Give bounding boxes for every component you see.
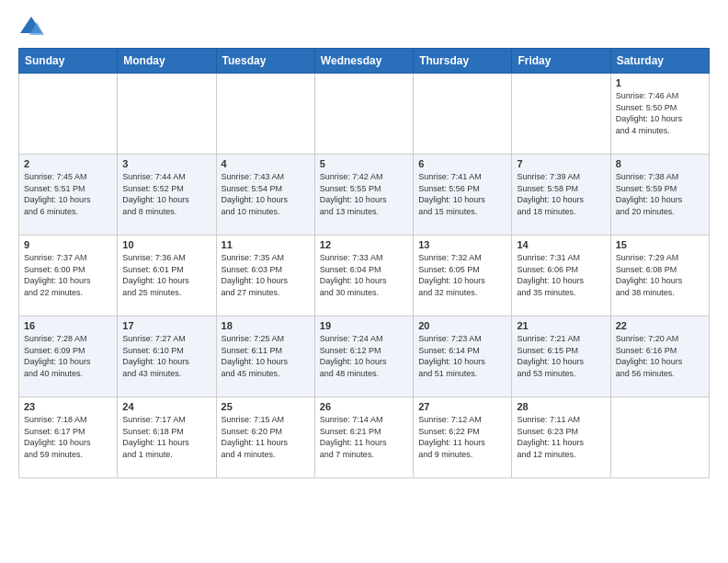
calendar-cell [610,397,709,478]
day-number: 14 [517,239,605,250]
day-info: Sunrise: 7:44 AM Sunset: 5:52 PM Dayligh… [122,171,210,217]
weekday-header-thursday: Thursday [414,49,512,74]
calendar-week-1: 1Sunrise: 7:46 AM Sunset: 5:50 PM Daylig… [19,74,710,155]
calendar-cell: 15Sunrise: 7:29 AM Sunset: 6:08 PM Dayli… [610,236,709,316]
calendar-cell: 3Sunrise: 7:44 AM Sunset: 5:52 PM Daylig… [118,155,216,236]
day-info: Sunrise: 7:20 AM Sunset: 6:16 PM Dayligh… [616,333,704,379]
calendar-cell [118,74,216,155]
weekday-header-friday: Friday [512,49,610,74]
weekday-header-monday: Monday [118,49,216,74]
weekday-header-wednesday: Wednesday [314,49,413,74]
day-number: 12 [320,239,408,250]
day-info: Sunrise: 7:28 AM Sunset: 6:09 PM Dayligh… [24,333,112,379]
calendar-week-5: 23Sunrise: 7:18 AM Sunset: 6:17 PM Dayli… [19,397,710,478]
calendar-cell: 27Sunrise: 7:12 AM Sunset: 6:22 PM Dayli… [414,397,512,478]
calendar-cell: 26Sunrise: 7:14 AM Sunset: 6:21 PM Dayli… [314,397,413,478]
day-info: Sunrise: 7:23 AM Sunset: 6:14 PM Dayligh… [418,333,506,379]
day-info: Sunrise: 7:17 AM Sunset: 6:18 PM Dayligh… [122,414,210,460]
calendar-cell [512,74,610,155]
calendar-cell: 14Sunrise: 7:31 AM Sunset: 6:06 PM Dayli… [512,236,610,316]
day-info: Sunrise: 7:43 AM Sunset: 5:54 PM Dayligh… [222,171,310,217]
day-info: Sunrise: 7:11 AM Sunset: 6:23 PM Dayligh… [517,414,605,460]
day-number: 19 [320,320,408,331]
weekday-header-saturday: Saturday [610,49,709,74]
day-number: 7 [517,158,605,169]
calendar-cell [216,74,314,155]
day-number: 6 [418,158,506,169]
day-number: 10 [122,239,210,250]
calendar-cell: 17Sunrise: 7:27 AM Sunset: 6:10 PM Dayli… [118,316,216,397]
calendar-week-4: 16Sunrise: 7:28 AM Sunset: 6:09 PM Dayli… [19,316,710,397]
calendar-cell: 2Sunrise: 7:45 AM Sunset: 5:51 PM Daylig… [19,155,118,236]
day-number: 5 [320,158,408,169]
day-number: 20 [418,320,506,331]
header [18,15,710,40]
day-number: 22 [616,320,704,331]
day-info: Sunrise: 7:15 AM Sunset: 6:20 PM Dayligh… [222,414,310,460]
day-info: Sunrise: 7:35 AM Sunset: 6:03 PM Dayligh… [222,252,310,298]
calendar-cell: 8Sunrise: 7:38 AM Sunset: 5:59 PM Daylig… [610,155,709,236]
day-info: Sunrise: 7:41 AM Sunset: 5:56 PM Dayligh… [418,171,506,217]
calendar-cell: 13Sunrise: 7:32 AM Sunset: 6:05 PM Dayli… [414,236,512,316]
day-info: Sunrise: 7:24 AM Sunset: 6:12 PM Dayligh… [320,333,408,379]
day-number: 2 [24,158,112,169]
calendar-cell: 5Sunrise: 7:42 AM Sunset: 5:55 PM Daylig… [314,155,413,236]
day-info: Sunrise: 7:46 AM Sunset: 5:50 PM Dayligh… [616,90,704,136]
day-info: Sunrise: 7:21 AM Sunset: 6:15 PM Dayligh… [517,333,605,379]
calendar-cell: 7Sunrise: 7:39 AM Sunset: 5:58 PM Daylig… [512,155,610,236]
day-info: Sunrise: 7:18 AM Sunset: 6:17 PM Dayligh… [24,414,112,460]
calendar-week-2: 2Sunrise: 7:45 AM Sunset: 5:51 PM Daylig… [19,155,710,236]
day-info: Sunrise: 7:33 AM Sunset: 6:04 PM Dayligh… [320,252,408,298]
calendar-cell: 22Sunrise: 7:20 AM Sunset: 6:16 PM Dayli… [610,316,709,397]
day-number: 28 [517,401,605,412]
day-number: 26 [320,401,408,412]
day-number: 17 [122,320,210,331]
weekday-header-tuesday: Tuesday [216,49,314,74]
day-info: Sunrise: 7:25 AM Sunset: 6:11 PM Dayligh… [222,333,310,379]
calendar-cell: 10Sunrise: 7:36 AM Sunset: 6:01 PM Dayli… [118,236,216,316]
calendar-cell: 21Sunrise: 7:21 AM Sunset: 6:15 PM Dayli… [512,316,610,397]
day-info: Sunrise: 7:31 AM Sunset: 6:06 PM Dayligh… [517,252,605,298]
day-number: 24 [122,401,210,412]
day-number: 25 [222,401,310,412]
calendar-cell: 19Sunrise: 7:24 AM Sunset: 6:12 PM Dayli… [314,316,413,397]
day-info: Sunrise: 7:14 AM Sunset: 6:21 PM Dayligh… [320,414,408,460]
day-info: Sunrise: 7:39 AM Sunset: 5:58 PM Dayligh… [517,171,605,217]
day-info: Sunrise: 7:45 AM Sunset: 5:51 PM Dayligh… [24,171,112,217]
day-number: 16 [24,320,112,331]
calendar-cell: 16Sunrise: 7:28 AM Sunset: 6:09 PM Dayli… [19,316,118,397]
day-number: 1 [616,77,704,88]
calendar-table: SundayMondayTuesdayWednesdayThursdayFrid… [18,48,710,478]
day-info: Sunrise: 7:37 AM Sunset: 6:00 PM Dayligh… [24,252,112,298]
calendar-cell [314,74,413,155]
weekday-header-row: SundayMondayTuesdayWednesdayThursdayFrid… [19,49,710,74]
calendar-cell: 1Sunrise: 7:46 AM Sunset: 5:50 PM Daylig… [610,74,709,155]
logo-icon [18,15,44,40]
day-number: 27 [418,401,506,412]
day-info: Sunrise: 7:42 AM Sunset: 5:55 PM Dayligh… [320,171,408,217]
day-number: 13 [418,239,506,250]
day-number: 15 [616,239,704,250]
calendar-cell: 23Sunrise: 7:18 AM Sunset: 6:17 PM Dayli… [19,397,118,478]
calendar-cell [19,74,118,155]
calendar-cell: 6Sunrise: 7:41 AM Sunset: 5:56 PM Daylig… [414,155,512,236]
day-number: 4 [222,158,310,169]
calendar-header: SundayMondayTuesdayWednesdayThursdayFrid… [19,49,710,74]
calendar-cell: 11Sunrise: 7:35 AM Sunset: 6:03 PM Dayli… [216,236,314,316]
weekday-header-sunday: Sunday [19,49,118,74]
calendar-week-3: 9Sunrise: 7:37 AM Sunset: 6:00 PM Daylig… [19,236,710,316]
day-number: 18 [222,320,310,331]
day-number: 9 [24,239,112,250]
day-info: Sunrise: 7:36 AM Sunset: 6:01 PM Dayligh… [122,252,210,298]
day-info: Sunrise: 7:38 AM Sunset: 5:59 PM Dayligh… [616,171,704,217]
day-info: Sunrise: 7:12 AM Sunset: 6:22 PM Dayligh… [418,414,506,460]
calendar-cell: 28Sunrise: 7:11 AM Sunset: 6:23 PM Dayli… [512,397,610,478]
calendar-cell: 4Sunrise: 7:43 AM Sunset: 5:54 PM Daylig… [216,155,314,236]
calendar-body: 1Sunrise: 7:46 AM Sunset: 5:50 PM Daylig… [19,74,710,478]
calendar-cell: 25Sunrise: 7:15 AM Sunset: 6:20 PM Dayli… [216,397,314,478]
day-info: Sunrise: 7:32 AM Sunset: 6:05 PM Dayligh… [418,252,506,298]
calendar-cell: 20Sunrise: 7:23 AM Sunset: 6:14 PM Dayli… [414,316,512,397]
calendar-cell: 18Sunrise: 7:25 AM Sunset: 6:11 PM Dayli… [216,316,314,397]
page: SundayMondayTuesdayWednesdayThursdayFrid… [0,0,728,493]
day-number: 3 [122,158,210,169]
